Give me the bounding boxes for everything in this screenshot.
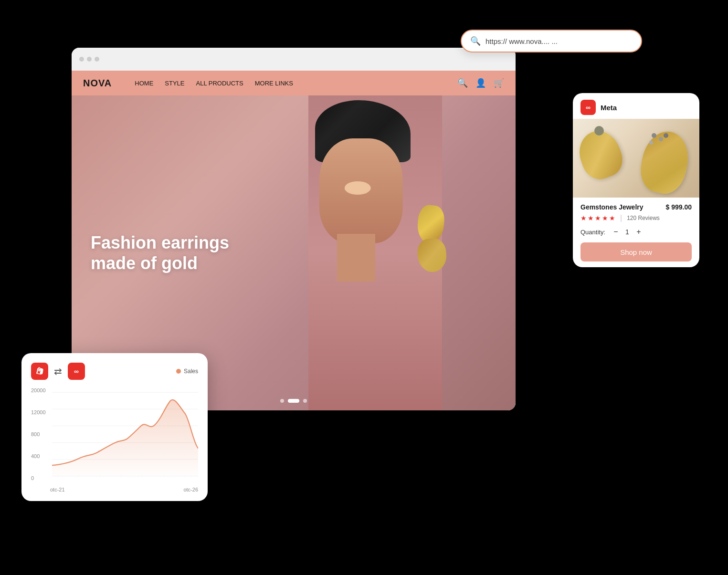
- review-count: 120 Reviews: [627, 215, 660, 221]
- y-label-20000: 20000: [31, 387, 50, 393]
- chart-legend: Sales: [176, 368, 198, 375]
- y-label-0: 0: [31, 475, 50, 481]
- star-4: ★: [602, 214, 608, 222]
- nav-all-products[interactable]: ALL PRODUCTS: [196, 80, 243, 87]
- nav-style[interactable]: STYLE: [165, 80, 184, 87]
- hero-dots: [280, 399, 307, 403]
- shopify-icon: [31, 363, 48, 380]
- rating-divider: |: [620, 214, 622, 222]
- y-axis-labels: 20000 12000 800 400 0: [31, 387, 52, 481]
- analytics-header: ⇄ ∞ Sales: [31, 363, 198, 380]
- nav-home[interactable]: HOME: [135, 80, 153, 87]
- analytics-card: ⇄ ∞ Sales 20000 12000 800 400 0: [21, 353, 208, 501]
- x-label-end: otc-26: [183, 487, 198, 492]
- hero-title: Fashion earrings made of gold: [91, 232, 229, 273]
- meta-brand-name: Meta: [601, 104, 617, 112]
- star-5: ★: [609, 214, 615, 222]
- hero-dot-1[interactable]: [280, 399, 284, 403]
- cart-icon[interactable]: 🛒: [494, 78, 504, 88]
- x-axis-labels: otc-21 otc-26: [50, 487, 198, 492]
- hero-portrait: [229, 95, 468, 410]
- nav-links: HOME STYLE ALL PRODUCTS MORE LINKS: [135, 80, 442, 87]
- chart-area: 20000 12000 800 400 0: [31, 387, 198, 492]
- hero-dot-3[interactable]: [303, 399, 307, 403]
- url-text: https:// www.nova.... ...: [485, 37, 558, 45]
- arrow-icon: ⇄: [54, 366, 62, 377]
- search-icon[interactable]: 🔍: [457, 78, 468, 88]
- nav-more-links[interactable]: MORE LINKS: [255, 80, 293, 87]
- y-label-400: 400: [31, 453, 50, 459]
- product-name: Gemstones Jewelry: [580, 203, 644, 211]
- quantity-value: 1: [625, 228, 629, 236]
- url-bar[interactable]: 🔍 https:// www.nova.... ...: [461, 30, 642, 52]
- search-icon: 🔍: [470, 36, 481, 46]
- minimize-dot[interactable]: [87, 57, 92, 62]
- quantity-row: Quantity: − 1 +: [580, 227, 692, 237]
- star-1: ★: [580, 214, 587, 222]
- product-card: ∞ Meta Gemstones Jewelry $ 999.00 ★: [573, 93, 699, 267]
- maximize-dot[interactable]: [95, 57, 99, 62]
- product-price: $ 999.00: [666, 203, 692, 211]
- star-2: ★: [588, 214, 594, 222]
- y-label-12000: 12000: [31, 409, 50, 415]
- meta-logo-icon: ∞: [580, 100, 596, 115]
- legend-dot: [176, 369, 181, 374]
- product-image: [573, 119, 699, 198]
- x-label-start: otc-21: [50, 487, 65, 492]
- star-rating: ★ ★ ★ ★ ★: [580, 214, 615, 222]
- product-title-row: Gemstones Jewelry $ 999.00: [580, 203, 692, 211]
- nav-icons: 🔍 👤 🛒: [457, 78, 504, 88]
- window-controls: [79, 57, 99, 62]
- close-dot[interactable]: [79, 57, 84, 62]
- meta-analytics-icon: ∞: [68, 363, 85, 380]
- site-logo: NOVA: [83, 78, 112, 89]
- product-info: Gemstones Jewelry $ 999.00 ★ ★ ★ ★ ★ | 1…: [573, 198, 699, 267]
- user-icon[interactable]: 👤: [475, 78, 486, 88]
- star-3: ★: [595, 214, 601, 222]
- legend-label: Sales: [184, 368, 198, 375]
- browser-chrome: [72, 48, 516, 71]
- hero-dot-2[interactable]: [288, 399, 299, 403]
- quantity-decrease-button[interactable]: −: [611, 227, 621, 237]
- hero-text: Fashion earrings made of gold: [91, 232, 229, 273]
- sales-chart: [52, 387, 198, 481]
- quantity-increase-button[interactable]: +: [634, 227, 644, 237]
- y-label-800: 800: [31, 431, 50, 437]
- site-nav: NOVA HOME STYLE ALL PRODUCTS MORE LINKS …: [72, 71, 516, 95]
- quantity-label: Quantity:: [580, 229, 605, 236]
- product-card-header: ∞ Meta: [573, 93, 699, 119]
- quantity-controls[interactable]: − 1 +: [611, 227, 644, 237]
- shop-now-button[interactable]: Shop now: [580, 242, 692, 261]
- product-rating: ★ ★ ★ ★ ★ | 120 Reviews: [580, 214, 692, 222]
